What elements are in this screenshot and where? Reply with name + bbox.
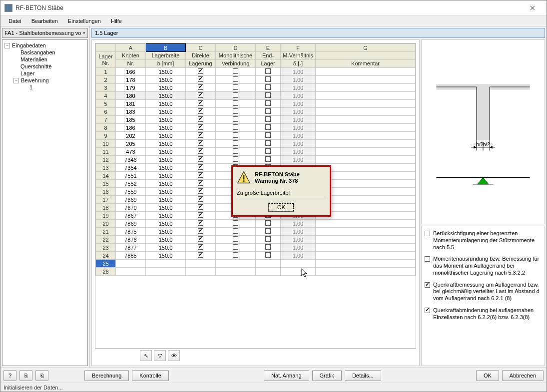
tree-bewehrung[interactable]: −Bewehrung: [2, 77, 87, 84]
case-combo[interactable]: FA1 - Stahlbetonbemessung vo ▾: [2, 28, 88, 38]
export-button[interactable]: ⎘: [19, 370, 32, 381]
cell-comment[interactable]: [316, 252, 416, 260]
import-button[interactable]: ⎗: [35, 370, 48, 381]
cell-e[interactable]: [256, 268, 281, 276]
cell-knoten[interactable]: 7877: [116, 244, 146, 252]
option-checkbox[interactable]: [425, 231, 430, 236]
cancel-button[interactable]: Abbrechen: [502, 370, 544, 381]
cell-e[interactable]: [256, 220, 281, 228]
tree-basisangaben[interactable]: Basisangaben: [2, 49, 87, 56]
cell-knoten[interactable]: 7885: [116, 252, 146, 260]
cell-knoten[interactable]: 185: [116, 116, 146, 124]
row-head-3[interactable]: 3: [96, 84, 116, 92]
row-head-12[interactable]: 12: [96, 156, 116, 164]
cell-lagerbreite[interactable]: 150.0: [146, 212, 186, 220]
cell-knoten[interactable]: 180: [116, 92, 146, 100]
cell-m[interactable]: [216, 132, 256, 140]
cell-e[interactable]: [256, 156, 281, 164]
cell-knoten[interactable]: 7669: [116, 196, 146, 204]
row-head-24[interactable]: 24: [96, 252, 116, 260]
cell-d[interactable]: [186, 68, 216, 76]
cell-d[interactable]: [186, 140, 216, 148]
cell-comment[interactable]: [316, 156, 416, 164]
col-letter-F[interactable]: F: [281, 44, 316, 52]
cell-lagerbreite[interactable]: 150.0: [146, 236, 186, 244]
row-head-18[interactable]: 18: [96, 204, 116, 212]
cell-d[interactable]: [186, 268, 216, 276]
row-head-22[interactable]: 22: [96, 236, 116, 244]
cell-ratio[interactable]: [281, 268, 316, 276]
cell-lagerbreite[interactable]: 150.0: [146, 116, 186, 124]
dialog-ok-button[interactable]: OK: [269, 203, 294, 211]
cell-d[interactable]: [186, 236, 216, 244]
cell-m[interactable]: [216, 156, 256, 164]
row-head-11[interactable]: 11: [96, 148, 116, 156]
cell-comment[interactable]: [316, 68, 416, 76]
row-head-8[interactable]: 8: [96, 124, 116, 132]
view-button[interactable]: 👁: [168, 350, 180, 361]
row-head-7[interactable]: 7: [96, 116, 116, 124]
row-head-9[interactable]: 9: [96, 132, 116, 140]
cell-lagerbreite[interactable]: 150.0: [146, 140, 186, 148]
cell-knoten[interactable]: 205: [116, 140, 146, 148]
cell-d[interactable]: [186, 84, 216, 92]
pick-button[interactable]: ↖: [140, 350, 152, 361]
cell-knoten[interactable]: 7354: [116, 164, 146, 172]
cell-d[interactable]: [186, 156, 216, 164]
col-letter-C[interactable]: C: [186, 44, 216, 52]
cell-knoten[interactable]: 186: [116, 124, 146, 132]
cell-comment[interactable]: [316, 132, 416, 140]
cell-knoten[interactable]: 202: [116, 132, 146, 140]
option-0[interactable]: Berücksichtigung einer begrenzten Moment…: [425, 230, 542, 251]
cell-knoten[interactable]: 178: [116, 76, 146, 84]
cell-e[interactable]: [256, 140, 281, 148]
cell-e[interactable]: [256, 100, 281, 108]
kontrolle-button[interactable]: Kontrolle: [132, 370, 168, 381]
cell-lagerbreite[interactable]: 150.0: [146, 164, 186, 172]
close-button[interactable]: [523, 1, 543, 15]
option-3[interactable]: Querkraftabminderung bei auflagernahen E…: [425, 307, 542, 321]
cell-d[interactable]: [186, 172, 216, 180]
row-head-5[interactable]: 5: [96, 100, 116, 108]
row-head-17[interactable]: 17: [96, 196, 116, 204]
cell-m[interactable]: [216, 76, 256, 84]
cell-lagerbreite[interactable]: 150.0: [146, 100, 186, 108]
cell-e[interactable]: [256, 132, 281, 140]
col-letter-E[interactable]: E: [256, 44, 281, 52]
option-checkbox[interactable]: [425, 308, 430, 313]
cell-d[interactable]: [186, 148, 216, 156]
row-head-19[interactable]: 19: [96, 212, 116, 220]
option-checkbox[interactable]: [425, 282, 430, 288]
row-head-13[interactable]: 13: [96, 164, 116, 172]
cell-d[interactable]: [186, 132, 216, 140]
cell-d[interactable]: [186, 228, 216, 236]
cell-comment[interactable]: [316, 84, 416, 92]
cell-e[interactable]: [256, 108, 281, 116]
cell-e[interactable]: [256, 228, 281, 236]
cell-d[interactable]: [186, 164, 216, 172]
cell-m[interactable]: [216, 148, 256, 156]
cell-m[interactable]: [216, 140, 256, 148]
cell-e[interactable]: [256, 124, 281, 132]
cell-e[interactable]: [256, 116, 281, 124]
cell-d[interactable]: [186, 116, 216, 124]
menu-hilfe[interactable]: Hilfe: [106, 17, 127, 25]
cell-knoten[interactable]: 473: [116, 148, 146, 156]
cell-lagerbreite[interactable]: 150.0: [146, 148, 186, 156]
cell-knoten[interactable]: 7346: [116, 156, 146, 164]
menu-datei[interactable]: Datei: [3, 17, 26, 25]
cell-knoten[interactable]: 7869: [116, 220, 146, 228]
cell-lagerbreite[interactable]: 150.0: [146, 188, 186, 196]
cell-lagerbreite-editing[interactable]: [146, 260, 186, 268]
cell-d[interactable]: [186, 188, 216, 196]
cell-lagerbreite[interactable]: 150.0: [146, 68, 186, 76]
cell-knoten[interactable]: 7867: [116, 212, 146, 220]
cell-m[interactable]: [216, 252, 256, 260]
row-head-26[interactable]: 26: [96, 268, 116, 276]
cell-knoten[interactable]: 7552: [116, 180, 146, 188]
cell-lagerbreite[interactable]: [146, 268, 186, 276]
cell-knoten[interactable]: [116, 260, 146, 268]
cell-comment[interactable]: [316, 140, 416, 148]
row-head-25[interactable]: 25: [96, 260, 116, 268]
cell-lagerbreite[interactable]: 150.0: [146, 132, 186, 140]
